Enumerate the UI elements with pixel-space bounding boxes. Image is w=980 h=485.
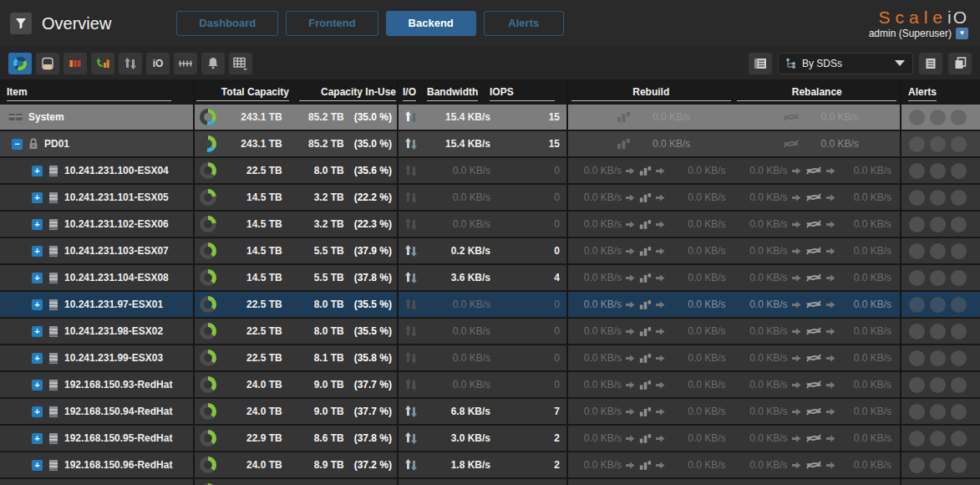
capacity-donut — [199, 108, 217, 126]
col-header-rebuild[interactable]: Rebuild — [568, 79, 734, 105]
arrow-right-icon — [792, 167, 801, 175]
rebalance-to-value: 0.0 KB/s — [840, 379, 901, 391]
alert-bell-view-button[interactable] — [201, 53, 225, 74]
rebalance-from-value: 0.0 KB/s — [734, 165, 788, 176]
toolbar-right: By SDSs — [749, 53, 972, 74]
expand-toggle-button[interactable]: + — [32, 460, 43, 471]
expand-toggle-button[interactable]: + — [32, 299, 43, 310]
rebalance-flow: 0.0 KB/s 0.0 KB/s — [734, 405, 901, 418]
rebuild-cell: 0.0 KB/s 0.0 KB/s — [568, 292, 734, 317]
table-row[interactable]: + 10.241.231.103-ESX07 — [0, 238, 980, 263]
list-view-button[interactable] — [919, 53, 942, 74]
rebalance-flow: 0.0 KB/s 0.0 KB/s — [734, 378, 901, 391]
capacity-cell: 243.1 TB 85.2 TB (35.0 %) — [195, 131, 399, 156]
col-header-alerts[interactable]: Alerts — [901, 79, 980, 105]
table-row[interactable]: System 243.1 TB 85.2 TB (35.0 %) 15.4 KB… — [0, 105, 980, 130]
table-row[interactable]: + 192.168.150.96-RedHat — [0, 452, 980, 477]
table-row[interactable]: − PD01 243.1 — [0, 131, 980, 156]
io-text-view-button[interactable]: iO — [146, 53, 170, 74]
rebalance-cell: 0.0 KB/s 0.0 KB/s — [734, 212, 901, 237]
col-header-capacity-in-use[interactable]: Capacity In-Use — [299, 86, 396, 101]
alert-indicator — [930, 190, 946, 206]
expand-toggle-button[interactable]: + — [32, 219, 43, 230]
io-cell: 0.0 KB/s 0 — [399, 158, 568, 183]
table-row[interactable]: + 192.168.150.94-RedHat — [0, 399, 980, 424]
table-grid-view-button[interactable] — [229, 53, 252, 74]
capacity-donut-view-button[interactable] — [8, 53, 32, 74]
col-header-rebalance[interactable]: Rebalance — [734, 79, 901, 105]
table-row[interactable]: + 10.241.231.97-ESX01 — [0, 292, 980, 317]
rebuild-icon — [617, 110, 631, 124]
rebuild-to-value: 0.0 KB/s — [669, 165, 734, 176]
capacity-in-use-value: 8.0 TB — [282, 165, 344, 176]
table-row[interactable]: + 192.168.150.93-RedHat — [0, 372, 980, 397]
rebuild-from-value: 0.0 KB/s — [568, 299, 622, 310]
tab-dashboard[interactable]: Dashboard — [176, 11, 278, 36]
io-arrows-view-button[interactable] — [119, 53, 142, 74]
expand-toggle-button[interactable]: + — [32, 192, 43, 203]
table-row[interactable]: + — [0, 479, 980, 485]
view-toolbar: iO — [0, 47, 980, 79]
item-name: 10.241.231.98-ESX02 — [64, 325, 163, 337]
expand-toggle-button[interactable]: + — [32, 406, 43, 417]
capacity-cell: 14.5 TB 3.2 TB (22.3 %) — [195, 212, 399, 237]
table-row[interactable]: + 10.241.231.100-ESX04 — [0, 158, 980, 183]
col-header-bandwidth[interactable]: Bandwidth — [427, 86, 478, 101]
arrow-right-icon — [826, 248, 835, 255]
expand-toggle-button[interactable]: + — [32, 380, 43, 391]
total-capacity-value: 24.0 TB — [217, 379, 282, 391]
group-by-dropdown[interactable]: By SDSs — [778, 53, 913, 74]
rebalance-flow: 0.0 KB/s 0.0 KB/s — [734, 164, 901, 177]
table-row[interactable]: + 10.241.231.98-ESX02 — [0, 319, 980, 344]
table-row[interactable]: + 192.168.150.95-RedHat — [0, 426, 980, 451]
collapse-panel-icon — [754, 58, 767, 69]
page-title: Overview — [42, 14, 111, 33]
rebuild-rebalance-cell: 0.0 KB/s 0.0 KB/s — [568, 265, 901, 290]
bar-chart-view-button[interactable] — [63, 53, 87, 74]
copy-button[interactable] — [948, 53, 972, 74]
storage-pool-view-button[interactable] — [36, 53, 59, 74]
table-row[interactable]: + 10.241.231.101-ESX05 — [0, 185, 980, 210]
expand-toggle-button[interactable]: − — [12, 139, 23, 150]
rebuild-icon — [639, 379, 652, 391]
latency-ruler-view-button[interactable] — [174, 53, 197, 74]
table-row[interactable]: + 10.241.231.104-ESX08 — [0, 265, 980, 290]
rebalance-view-button[interactable] — [91, 53, 114, 74]
col-header-iops[interactable]: IOPS — [490, 86, 555, 101]
expand-toggle-button[interactable]: + — [32, 433, 43, 444]
expand-toggle-button[interactable]: + — [32, 273, 43, 283]
rebuild-icon — [639, 165, 652, 177]
item-cell: + — [0, 479, 195, 485]
expand-toggle-button[interactable]: + — [32, 326, 43, 337]
item-name: 10.241.231.102-ESX06 — [64, 218, 169, 230]
capacity-donut — [199, 295, 217, 314]
table-row[interactable]: + 10.241.231.99-ESX03 — [0, 345, 980, 370]
tab-backend[interactable]: Backend — [386, 11, 476, 36]
table-row[interactable]: + 10.241.231.102-ESX06 — [0, 212, 980, 237]
rebuild-icon — [639, 299, 652, 311]
rebalance-to-value: 0.0 KB/s — [840, 218, 901, 230]
expand-toggle-button[interactable]: + — [32, 246, 43, 257]
tab-frontend[interactable]: Frontend — [286, 11, 378, 36]
arrow-right-icon — [792, 248, 801, 255]
col-header-io[interactable]: I/O — [403, 86, 416, 101]
arrow-right-icon — [626, 167, 635, 175]
alert-indicator — [951, 136, 967, 152]
capacity-in-use-percent: (37.2 %) — [344, 459, 397, 471]
col-header-rebuild-rebalance: Rebuild Rebalance — [568, 79, 901, 105]
collapse-panel-button[interactable] — [749, 53, 772, 74]
expand-toggle-button[interactable]: + — [32, 166, 43, 176]
capacity-donut — [199, 375, 217, 394]
col-header-item[interactable]: Item — [0, 79, 195, 105]
alert-indicator — [909, 190, 925, 206]
user-caret-icon[interactable]: ▼ — [956, 28, 968, 39]
tab-alerts[interactable]: Alerts — [484, 11, 564, 36]
col-header-total-capacity[interactable]: Total Capacity — [196, 86, 289, 101]
rebalance-aggregate: 0.0 KB/s — [783, 137, 859, 151]
rebalance-icon — [805, 244, 822, 258]
expand-toggle-button[interactable]: + — [32, 353, 43, 364]
user-menu[interactable]: admin (Superuser) ▼ — [869, 28, 968, 39]
rebuild-rebalance-cell: 0.0 KB/s 0.0 KB/s — [568, 399, 901, 424]
iops-value: 0 — [490, 245, 566, 257]
filter-button[interactable] — [10, 13, 32, 34]
